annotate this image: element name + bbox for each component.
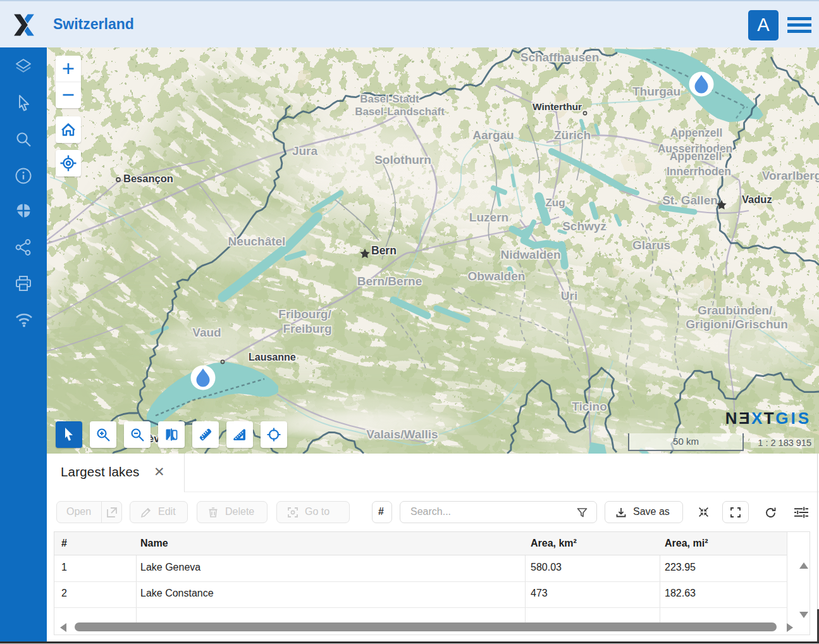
svg-text:Vaduz: Vaduz [742, 194, 772, 205]
svg-text:Graubünden/: Graubünden/ [698, 304, 773, 317]
svg-text:Jura: Jura [292, 144, 318, 158]
svg-text:Fribourg/: Fribourg/ [278, 307, 331, 321]
svg-text:Freiburg: Freiburg [283, 322, 331, 335]
svg-text:Grigioni/Grischun: Grigioni/Grischun [686, 318, 788, 331]
svg-text:Bern: Bern [371, 244, 397, 257]
svg-text:Schwyz: Schwyz [562, 220, 607, 233]
svg-text:Vorarlberg: Vorarlberg [762, 169, 819, 182]
svg-text:Valais/Wallis: Valais/Wallis [366, 428, 438, 441]
svg-text:Zug: Zug [545, 197, 565, 209]
svg-text:Bern/Berne: Bern/Berne [357, 275, 422, 288]
svg-text:Lausanne: Lausanne [249, 352, 296, 362]
svg-text:Luzern: Luzern [469, 211, 508, 224]
svg-text:Obwalden: Obwalden [468, 269, 526, 283]
svg-text:Glarus: Glarus [632, 238, 670, 252]
svg-text:Aargau: Aargau [472, 128, 514, 142]
svg-text:Appenzell: Appenzell [670, 150, 722, 163]
svg-text:Zürich: Zürich [554, 128, 591, 142]
svg-text:Basel-Landschaft: Basel-Landschaft [355, 106, 445, 118]
svg-text:Basel-Stadt: Basel-Stadt [360, 93, 419, 105]
svg-text:Thurgau: Thurgau [632, 85, 680, 98]
svg-text:Solothurn: Solothurn [374, 153, 431, 166]
svg-text:Neuchâtel: Neuchâtel [228, 235, 286, 248]
svg-text:Winterthur: Winterthur [533, 101, 582, 112]
svg-text:Nidwalden: Nidwalden [500, 248, 560, 261]
svg-text:Appenzell: Appenzell [670, 127, 723, 139]
svg-text:Vaud: Vaud [192, 326, 221, 339]
svg-text:Uri: Uri [561, 289, 577, 302]
svg-text:Besançon: Besançon [123, 173, 173, 184]
svg-text:Ticino: Ticino [572, 400, 607, 413]
svg-text:Innerrhoden: Innerrhoden [667, 165, 731, 178]
svg-text:St. Gallen: St. Gallen [662, 194, 718, 207]
svg-text:Schaffhausen: Schaffhausen [520, 51, 600, 64]
